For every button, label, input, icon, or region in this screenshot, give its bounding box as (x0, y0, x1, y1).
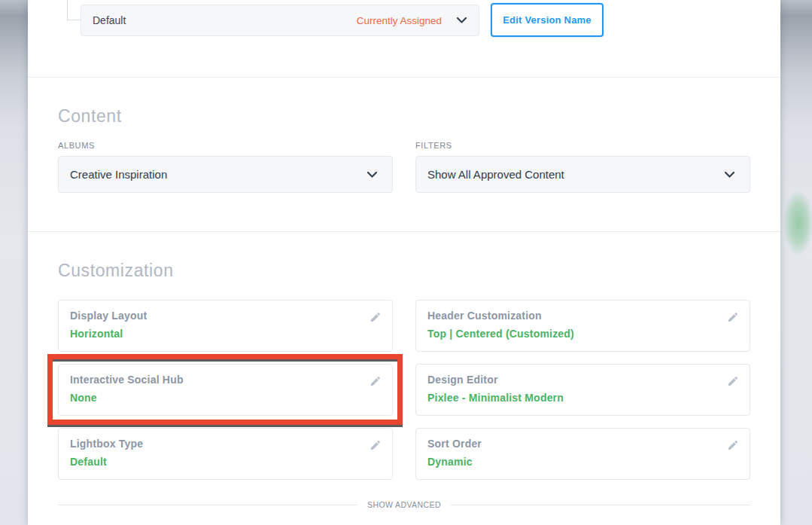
albums-field: ALBUMS Creative Inspiration (58, 141, 393, 193)
background-right-gutter (780, 0, 812, 525)
pencil-icon (727, 439, 739, 451)
version-name-label: Default (93, 14, 126, 26)
version-section: Default Currently Assigned Edit Version … (28, 0, 780, 78)
edit-pencil-button[interactable] (725, 374, 741, 389)
filters-field: FILTERS Show All Approved Content (415, 141, 750, 193)
card-interactive-social-hub: Interactive Social Hub None (58, 364, 393, 416)
edit-pencil-button[interactable] (725, 310, 741, 325)
content-section-title: Content (58, 106, 750, 126)
settings-panel: Default Currently Assigned Edit Version … (28, 0, 780, 525)
divider-line (451, 505, 750, 505)
content-section: Content ALBUMS Creative Inspiration FILT… (28, 78, 780, 232)
card-value: Top | Centered (Customized) (427, 328, 738, 340)
tree-connector-line (67, 0, 81, 20)
card-title: Lightbox Type (70, 438, 381, 450)
chevron-down-icon (457, 17, 467, 23)
card-value: Horizontal (70, 328, 381, 340)
albums-select-value: Creative Inspiration (70, 168, 167, 181)
filters-select[interactable]: Show All Approved Content (415, 156, 750, 193)
red-highlight-annotation (47, 354, 403, 425)
currently-assigned-badge: Currently Assigned (357, 15, 442, 26)
customization-section-title: Customization (58, 261, 750, 280)
edit-version-name-button[interactable]: Edit Version Name (491, 3, 604, 37)
card-title: Design Editor (427, 374, 738, 386)
edit-pencil-button[interactable] (725, 438, 741, 453)
card-title: Sort Order (427, 438, 738, 450)
chevron-down-icon (367, 172, 377, 178)
show-advanced-row: SHOW ADVANCED (58, 500, 750, 517)
edit-pencil-button[interactable] (368, 310, 383, 325)
pencil-icon (370, 439, 382, 451)
pencil-icon (370, 311, 382, 323)
card-lightbox-type: Lightbox Type Default (58, 428, 393, 480)
chevron-down-icon (725, 172, 734, 178)
pencil-icon (727, 375, 739, 387)
card-title: Display Layout (70, 310, 381, 322)
card-title: Interactive Social Hub (70, 374, 381, 386)
divider-line (58, 505, 357, 505)
card-sort-order: Sort Order Dynamic (415, 428, 750, 480)
pencil-icon (370, 375, 382, 387)
card-value: None (70, 392, 381, 404)
card-display-layout: Display Layout Horizontal (58, 300, 393, 352)
version-dropdown[interactable]: Default Currently Assigned (81, 5, 479, 36)
pencil-icon (727, 311, 739, 323)
content-fields: ALBUMS Creative Inspiration FILTERS Show… (58, 141, 750, 193)
customization-cards-grid: Display Layout Horizontal Header Customi… (58, 300, 750, 480)
card-value: Pixlee - Minimalist Modern (427, 392, 738, 404)
filters-select-value: Show All Approved Content (427, 168, 564, 181)
albums-select[interactable]: Creative Inspiration (58, 156, 393, 193)
card-design-editor: Design Editor Pixlee - Minimalist Modern (415, 364, 750, 416)
card-value: Default (70, 456, 381, 468)
background-green-blob (776, 179, 812, 267)
card-title: Header Customization (427, 310, 738, 322)
card-value: Dynamic (427, 456, 738, 468)
background-left-gutter (0, 0, 28, 525)
show-advanced-toggle[interactable]: SHOW ADVANCED (367, 500, 441, 509)
card-header-customization: Header Customization Top | Centered (Cus… (415, 300, 750, 352)
edit-pencil-button[interactable] (368, 374, 383, 389)
customization-section: Customization Display Layout Horizontal … (28, 232, 780, 517)
filters-label: FILTERS (415, 141, 750, 151)
edit-pencil-button[interactable] (368, 438, 383, 453)
albums-label: ALBUMS (58, 141, 393, 151)
